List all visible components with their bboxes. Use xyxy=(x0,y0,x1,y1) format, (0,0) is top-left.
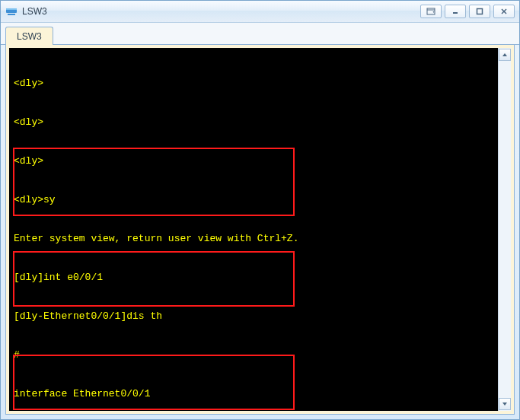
close-button[interactable] xyxy=(493,5,515,18)
terminal[interactable]: <dly> <dly> <dly> <dly>sy Enter system v… xyxy=(9,48,498,411)
terminal-line: [dly]int e0/0/1 xyxy=(14,271,493,284)
terminal-line: <dly> xyxy=(14,154,493,167)
svg-marker-11 xyxy=(502,402,507,406)
svg-marker-10 xyxy=(502,53,507,56)
tab-bar: LSW3 xyxy=(1,23,519,45)
terminal-line: Enter system view, return user view with… xyxy=(14,232,493,245)
terminal-line: <dly>sy xyxy=(14,193,493,206)
app-window: LSW3 LSW3 xyxy=(0,0,520,420)
scrollbar[interactable] xyxy=(498,48,511,411)
titlebar: LSW3 xyxy=(1,1,519,23)
scroll-up-button[interactable] xyxy=(499,49,511,61)
terminal-line: interface Ethernet0/0/1 xyxy=(14,387,493,400)
svg-rect-1 xyxy=(6,8,17,10)
minimize-button[interactable] xyxy=(445,5,466,18)
terminal-line: # xyxy=(14,348,493,361)
scroll-track[interactable] xyxy=(500,62,509,396)
terminal-container: <dly> <dly> <dly> <dly>sy Enter system v… xyxy=(5,45,515,415)
window-menu-button[interactable] xyxy=(420,5,442,18)
scroll-down-button[interactable] xyxy=(499,398,511,410)
maximize-button[interactable] xyxy=(469,5,490,18)
svg-rect-2 xyxy=(8,14,15,15)
tab-lsw3[interactable]: LSW3 xyxy=(5,27,53,45)
window-buttons xyxy=(420,5,515,18)
svg-marker-5 xyxy=(433,11,435,13)
svg-rect-7 xyxy=(477,9,483,14)
terminal-line: <dly> xyxy=(14,77,493,90)
app-icon xyxy=(5,5,18,18)
terminal-line: [dly-Ethernet0/0/1]dis th xyxy=(14,310,493,323)
window-title: LSW3 xyxy=(22,6,420,17)
terminal-line: <dly> xyxy=(14,116,493,129)
highlight-box-3 xyxy=(13,355,295,410)
